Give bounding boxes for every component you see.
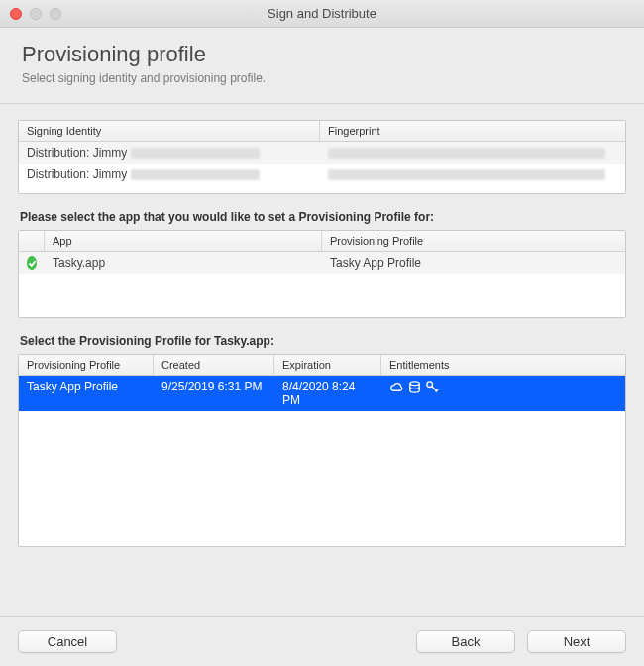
redacted-text <box>328 148 605 159</box>
col-app[interactable]: App <box>45 231 322 251</box>
database-icon <box>407 380 422 394</box>
traffic-lights <box>0 8 61 20</box>
signing-row[interactable]: Distribution: Jimmy <box>19 142 625 164</box>
page-subtitle: Select signing identity and provisioning… <box>22 71 626 85</box>
profile-expiration-cell: 8/4/2020 8:24 PM <box>274 376 381 411</box>
fingerprint-cell <box>320 142 625 164</box>
next-button[interactable]: Next <box>527 630 626 653</box>
col-status[interactable] <box>19 231 45 251</box>
signing-identity-table: Signing Identity Fingerprint Distributio… <box>18 120 626 194</box>
col-profile-name[interactable]: Provisioning Profile <box>19 355 154 375</box>
table-header: App Provisioning Profile <box>19 231 625 252</box>
footer-bar: Cancel Back Next <box>0 616 644 666</box>
signing-identity-cell: Distribution: Jimmy <box>19 142 320 164</box>
app-name-cell: Tasky.app <box>45 252 322 274</box>
app-profile-cell: Tasky App Profile <box>322 252 625 274</box>
table-header: Signing Identity Fingerprint <box>19 121 625 142</box>
col-expiration[interactable]: Expiration <box>274 355 381 375</box>
app-section-label: Please select the app that you would lik… <box>20 210 626 224</box>
page-header: Provisioning profile Select signing iden… <box>0 28 644 104</box>
signing-row[interactable]: Distribution: Jimmy <box>19 164 625 185</box>
col-signing-identity[interactable]: Signing Identity <box>19 121 320 141</box>
col-created[interactable]: Created <box>154 355 274 375</box>
app-table: App Provisioning Profile Tasky.app Tasky… <box>18 230 626 318</box>
redacted-text <box>328 169 605 180</box>
svg-point-0 <box>410 382 419 386</box>
table-header: Provisioning Profile Created Expiration … <box>19 355 625 376</box>
cancel-button[interactable]: Cancel <box>18 630 117 653</box>
page-title: Provisioning profile <box>22 42 626 67</box>
profile-entitlements-cell <box>381 376 625 411</box>
key-icon <box>425 380 440 394</box>
profile-name-cell: Tasky App Profile <box>19 376 154 411</box>
col-fingerprint[interactable]: Fingerprint <box>320 121 625 141</box>
profile-row[interactable]: Tasky App Profile 9/25/2019 6:31 PM 8/4/… <box>19 376 625 411</box>
signing-identity-cell: Distribution: Jimmy <box>19 164 320 185</box>
profile-section-label: Select the Provisioning Profile for Task… <box>20 334 626 348</box>
redacted-text <box>131 169 260 180</box>
minimize-window-button[interactable] <box>30 8 42 20</box>
col-entitlements[interactable]: Entitlements <box>381 355 625 375</box>
redacted-text <box>131 148 260 159</box>
close-window-button[interactable] <box>10 8 22 20</box>
titlebar: Sign and Distribute <box>0 0 644 28</box>
zoom-window-button[interactable] <box>50 8 61 20</box>
fingerprint-cell <box>320 164 625 185</box>
check-icon <box>27 256 37 270</box>
col-profile[interactable]: Provisioning Profile <box>322 231 625 251</box>
profile-table: Provisioning Profile Created Expiration … <box>18 354 626 547</box>
cloud-icon <box>389 380 404 394</box>
back-button[interactable]: Back <box>416 630 515 653</box>
content-area: Signing Identity Fingerprint Distributio… <box>0 104 644 547</box>
app-row[interactable]: Tasky.app Tasky App Profile <box>19 252 625 274</box>
profile-created-cell: 9/25/2019 6:31 PM <box>154 376 274 411</box>
status-cell <box>19 252 45 274</box>
window-title: Sign and Distribute <box>0 6 644 21</box>
